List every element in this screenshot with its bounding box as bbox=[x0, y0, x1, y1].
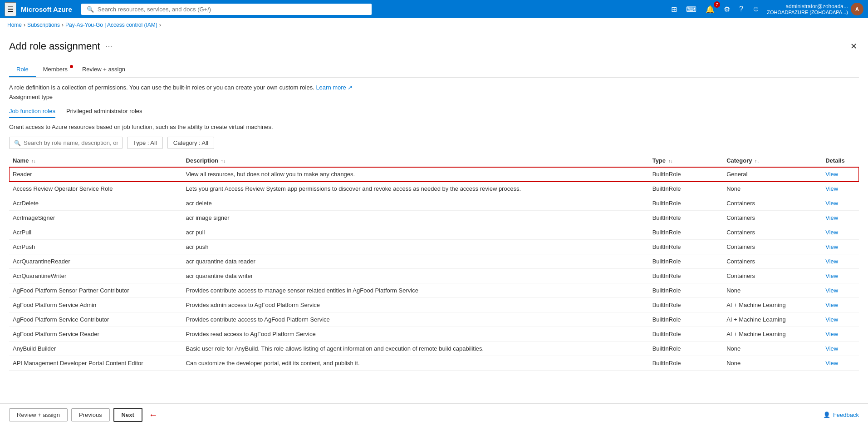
page-title: Add role assignment bbox=[9, 40, 100, 52]
cell-category: Containers bbox=[723, 196, 822, 211]
tab-review-assign[interactable]: Review + assign bbox=[75, 62, 132, 77]
roles-table-container: Name ↑↓ Description ↑↓ Type ↑↓ Category … bbox=[9, 154, 859, 378]
cell-type: BuiltInRole bbox=[649, 196, 723, 211]
footer: Review + assign Previous Next ← 👤 Feedba… bbox=[0, 403, 868, 426]
close-button[interactable]: ✕ bbox=[848, 40, 859, 53]
cell-type: BuiltInRole bbox=[649, 211, 723, 225]
col-name[interactable]: Name ↑↓ bbox=[9, 154, 182, 167]
view-link[interactable]: View bbox=[825, 200, 838, 207]
cell-type: BuiltInRole bbox=[649, 254, 723, 269]
cell-description: Lets you grant Access Review System app … bbox=[182, 182, 649, 196]
next-button[interactable]: Next bbox=[113, 408, 142, 422]
col-category[interactable]: Category ↑↓ bbox=[723, 154, 822, 167]
table-row[interactable]: Access Review Operator Service RoleLets … bbox=[9, 182, 859, 196]
view-link[interactable]: View bbox=[825, 287, 838, 294]
learn-more-link[interactable]: Learn more ↗ bbox=[316, 84, 353, 91]
cell-name: AcrDelete bbox=[9, 196, 182, 211]
view-link[interactable]: View bbox=[825, 302, 838, 308]
cell-description: Provides contribute access to manage sen… bbox=[182, 283, 649, 298]
cell-details: View bbox=[822, 240, 859, 254]
search-input[interactable] bbox=[98, 6, 366, 13]
feedback-button[interactable]: 👤 Feedback bbox=[823, 411, 859, 418]
feedback-icon[interactable]: ☺ bbox=[749, 3, 763, 15]
notification-icon[interactable]: 🔔 7 bbox=[702, 3, 718, 15]
cell-category: AI + Machine Learning bbox=[723, 327, 822, 342]
table-row[interactable]: AcrQuarantineWriteracr quarantine data w… bbox=[9, 269, 859, 283]
cell-type: BuiltInRole bbox=[649, 327, 723, 342]
table-row[interactable]: ReaderView all resources, but does not a… bbox=[9, 167, 859, 182]
cell-name: AcrQuarantineReader bbox=[9, 254, 182, 269]
previous-button[interactable]: Previous bbox=[71, 408, 110, 421]
view-link[interactable]: View bbox=[825, 171, 838, 178]
type-filter-btn[interactable]: Type : All bbox=[127, 137, 163, 149]
cell-type: BuiltInRole bbox=[649, 240, 723, 254]
cell-details: View bbox=[822, 356, 859, 371]
cell-name: AcrQuarantineWriter bbox=[9, 269, 182, 283]
view-link[interactable]: View bbox=[825, 360, 838, 367]
table-row[interactable]: AgFood Platform Service AdminProvides ad… bbox=[9, 298, 859, 312]
cell-category: Containers bbox=[723, 240, 822, 254]
cell-details: View bbox=[822, 312, 859, 327]
breadcrumb-subscriptions[interactable]: Subscriptions bbox=[27, 22, 60, 28]
menu-icon[interactable]: ☰ bbox=[5, 2, 16, 16]
cell-name: AcrImageSigner bbox=[9, 211, 182, 225]
subtab-job-function[interactable]: Job function roles bbox=[9, 105, 55, 118]
tab-members-label: Members bbox=[43, 66, 68, 73]
cell-type: BuiltInRole bbox=[649, 356, 723, 371]
role-search-input[interactable] bbox=[24, 139, 118, 146]
table-row[interactable]: AcrPushacr pushBuiltInRoleContainersView bbox=[9, 240, 859, 254]
more-options-btn[interactable]: ··· bbox=[106, 42, 113, 51]
view-link[interactable]: View bbox=[825, 229, 838, 236]
table-row[interactable]: API Management Developer Portal Content … bbox=[9, 356, 859, 371]
table-row[interactable]: AcrDeleteacr deleteBuiltInRoleContainers… bbox=[9, 196, 859, 211]
view-link[interactable]: View bbox=[825, 214, 838, 221]
cell-category: None bbox=[723, 283, 822, 298]
cell-details: View bbox=[822, 327, 859, 342]
view-link[interactable]: View bbox=[825, 331, 838, 337]
table-row[interactable]: AnyBuild BuilderBasic user role for AnyB… bbox=[9, 342, 859, 356]
cell-category: None bbox=[723, 342, 822, 356]
cell-description: acr quarantine data writer bbox=[182, 269, 649, 283]
shell-icon[interactable]: ⌨ bbox=[682, 3, 700, 15]
topbar-icons: ⊞ ⌨ 🔔 7 ⚙ ? ☺ administrator@zohoada... Z… bbox=[667, 3, 863, 15]
view-link[interactable]: View bbox=[825, 243, 838, 250]
view-link[interactable]: View bbox=[825, 345, 838, 352]
table-row[interactable]: AcrImageSigneracr image signerBuiltInRol… bbox=[9, 211, 859, 225]
cell-details: View bbox=[822, 298, 859, 312]
cell-description: Can customize the developer portal, edit… bbox=[182, 356, 649, 371]
breadcrumb-iam[interactable]: Pay-As-You-Go | Access control (IAM) bbox=[65, 22, 157, 28]
view-link[interactable]: View bbox=[825, 272, 838, 279]
cell-details: View bbox=[822, 342, 859, 356]
description-text: A role definition is a collection of per… bbox=[9, 84, 859, 91]
help-icon[interactable]: ? bbox=[736, 3, 747, 15]
cell-details: View bbox=[822, 167, 859, 182]
table-row[interactable]: AgFood Platform Service ContributorProvi… bbox=[9, 312, 859, 327]
cell-category: None bbox=[723, 356, 822, 371]
cell-description: acr image signer bbox=[182, 211, 649, 225]
cell-name: AnyBuild Builder bbox=[9, 342, 182, 356]
view-link[interactable]: View bbox=[825, 258, 838, 265]
portal-icon[interactable]: ⊞ bbox=[667, 3, 681, 15]
settings-icon[interactable]: ⚙ bbox=[720, 3, 734, 15]
cell-name: Access Review Operator Service Role bbox=[9, 182, 182, 196]
category-filter-btn[interactable]: Category : All bbox=[167, 137, 214, 149]
tab-role[interactable]: Role bbox=[9, 62, 36, 77]
table-row[interactable]: AgFood Platform Service ReaderProvides r… bbox=[9, 327, 859, 342]
tab-members[interactable]: Members bbox=[36, 62, 75, 77]
cell-description: Provides admin access to AgFood Platform… bbox=[182, 298, 649, 312]
cell-description: Provides contribute access to AgFood Pla… bbox=[182, 312, 649, 327]
table-row[interactable]: AcrPullacr pullBuiltInRoleContainersView bbox=[9, 225, 859, 240]
col-type[interactable]: Type ↑↓ bbox=[649, 154, 723, 167]
review-assign-button[interactable]: Review + assign bbox=[9, 408, 68, 421]
view-link[interactable]: View bbox=[825, 316, 838, 323]
breadcrumb-home[interactable]: Home bbox=[7, 22, 22, 28]
view-link[interactable]: View bbox=[825, 185, 838, 192]
cell-name: Reader bbox=[9, 167, 182, 182]
feedback-person-icon: 👤 bbox=[823, 411, 830, 418]
cell-details: View bbox=[822, 283, 859, 298]
table-row[interactable]: AgFood Platform Sensor Partner Contribut… bbox=[9, 283, 859, 298]
user-menu[interactable]: administrator@zohoada... ZOHOADPAZURE (Z… bbox=[765, 3, 863, 15]
subtab-privileged[interactable]: Privileged administrator roles bbox=[66, 105, 142, 118]
col-description[interactable]: Description ↑↓ bbox=[182, 154, 649, 167]
table-row[interactable]: AcrQuarantineReaderacr quarantine data r… bbox=[9, 254, 859, 269]
